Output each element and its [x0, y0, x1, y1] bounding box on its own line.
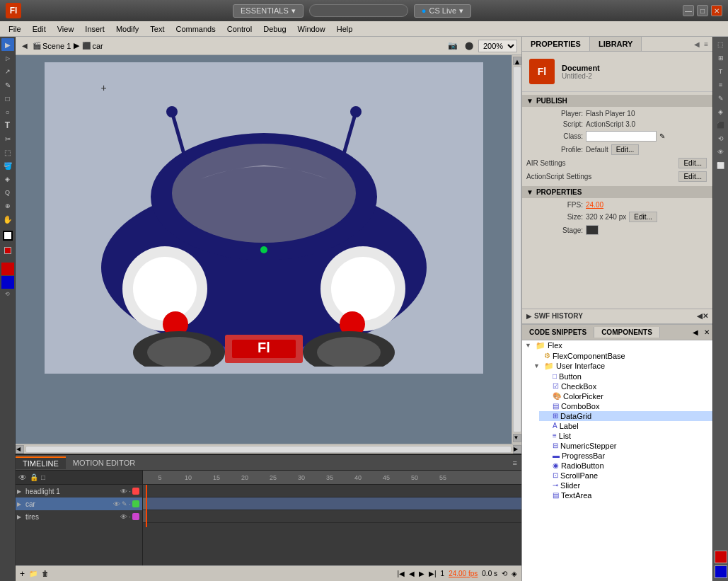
panel-tool-10[interactable]: ⬜ — [715, 159, 727, 172]
back-button[interactable]: ◀ — [20, 41, 30, 50]
zoom-tool[interactable]: Q — [1, 186, 14, 199]
menu-insert[interactable]: Insert — [79, 23, 110, 35]
delete-layer-button[interactable]: 🗑 — [42, 570, 49, 577]
menu-text[interactable]: Text — [144, 23, 170, 35]
layer-lock-tires-icon[interactable]: · — [129, 513, 131, 521]
panel-tool-1[interactable]: ⬚ — [715, 38, 727, 51]
layer-lock-icon[interactable]: · — [129, 488, 131, 495]
comp-slider[interactable]: ⊸ Slider — [539, 481, 712, 490]
swap-icon[interactable]: ⟲ — [5, 291, 10, 297]
essentials-button[interactable]: ESSENTIALS ▾ — [233, 4, 304, 18]
playback-forward-button[interactable]: ▶| — [429, 570, 437, 577]
fill-color-swatch[interactable] — [1, 243, 14, 255]
cut-tool[interactable]: ✂ — [1, 132, 14, 145]
comp-progressbar[interactable]: ▬ ProgressBar — [539, 451, 712, 461]
swf-history-arrow-icon[interactable]: ▶ — [526, 313, 531, 320]
menu-commands[interactable]: Commands — [170, 23, 221, 35]
cs-live-button[interactable]: ● CS Live ▾ — [414, 4, 471, 18]
tab-motion-editor[interactable]: MOTION EDITOR — [66, 457, 142, 468]
comp-numericstepper[interactable]: ⊟ NumericStepper — [539, 441, 712, 451]
class-input[interactable] — [586, 131, 657, 142]
playback-back-button[interactable]: ◀ — [409, 570, 415, 577]
scroll-thumb[interactable] — [513, 67, 521, 432]
frames-panel[interactable]: 5 10 15 20 25 30 35 40 45 50 55 — [143, 471, 521, 565]
maximize-button[interactable]: □ — [697, 5, 708, 16]
menu-help[interactable]: Help — [331, 23, 359, 35]
layer-row-headlight[interactable]: ▶ headlight 1 👁 · — [16, 485, 142, 497]
subselect-tool[interactable]: ▷ — [1, 52, 14, 64]
menu-edit[interactable]: Edit — [27, 23, 52, 35]
menu-window[interactable]: Window — [292, 23, 331, 35]
hscroll-thumb[interactable] — [25, 446, 512, 453]
hand-tool[interactable]: ✋ — [1, 213, 14, 226]
tab-timeline[interactable]: TIMELINE — [16, 456, 66, 469]
swf-history-close-button[interactable]: ✕ — [703, 312, 708, 320]
stage-color-swatch[interactable] — [586, 225, 599, 235]
text-tool[interactable]: T — [1, 119, 14, 132]
scroll-up-button[interactable]: ▲ — [513, 57, 521, 65]
fps-display[interactable]: 24.00 fps — [449, 570, 478, 577]
panel-minimize-button[interactable]: ◀ — [693, 40, 701, 49]
scroll-right-button[interactable]: ▶ — [513, 445, 521, 454]
comp-button[interactable]: □ Button — [539, 372, 712, 381]
actionscript-edit-button[interactable]: Edit... — [678, 171, 707, 182]
free-transform-tool[interactable]: ↗ — [1, 65, 14, 78]
eyedropper-tool[interactable]: ◈ — [1, 173, 14, 185]
panel-tool-3[interactable]: T — [715, 65, 727, 78]
timeline-options-button[interactable]: ≡ — [513, 459, 521, 467]
scene-breadcrumb[interactable]: 🎬 Scene 1 — [33, 42, 71, 50]
zoom-select[interactable]: 200% — [478, 40, 517, 52]
minimize-button[interactable]: — — [683, 5, 694, 16]
pencil-tool[interactable]: ✎ — [1, 79, 14, 91]
symbol-button[interactable]: ⬤ — [463, 40, 475, 51]
menu-debug[interactable]: Debug — [258, 23, 291, 35]
layer-lock-car-icon[interactable]: · — [129, 500, 131, 508]
panel-tool-2[interactable]: ⊞ — [715, 52, 727, 64]
tab-components[interactable]: COMPONENTS — [594, 327, 660, 338]
loop-button[interactable]: ⟲ — [502, 570, 507, 577]
lock-all-layers-button[interactable]: 🔒 — [30, 473, 38, 481]
oval-tool[interactable]: ○ — [1, 105, 14, 118]
canvas-wrapper[interactable]: + — [16, 55, 512, 444]
menu-file[interactable]: File — [3, 23, 27, 35]
panel-tool-9[interactable]: 👁 — [715, 146, 727, 159]
menu-control[interactable]: Control — [221, 23, 258, 35]
vertical-scrollbar[interactable]: ▲ ▼ — [512, 55, 521, 444]
tab-properties[interactable]: PROPERTIES — [522, 37, 590, 51]
comp-list[interactable]: ≡ List — [539, 431, 712, 441]
comp-scrollpane[interactable]: ⊡ ScrollPane — [539, 471, 712, 481]
playback-start-button[interactable]: |◀ — [397, 570, 405, 577]
comp-minimize-button[interactable]: ◀ — [690, 328, 701, 336]
comp-combobox[interactable]: ▤ ComboBox — [539, 401, 712, 411]
properties-section-header[interactable]: ▼ PROPERTIES — [522, 186, 712, 198]
close-button[interactable]: ✕ — [711, 5, 722, 16]
panel-tool-8[interactable]: ⟲ — [715, 132, 727, 145]
profile-edit-button[interactable]: Edit... — [611, 144, 640, 155]
rectangle-tool[interactable]: □ — [1, 92, 14, 105]
select-tool[interactable]: ▶ — [1, 38, 14, 51]
layer-visibility-car-icon[interactable]: 👁 — [113, 500, 120, 508]
layer-visibility-tires-icon[interactable]: 👁 — [120, 513, 127, 521]
show-all-layers-button[interactable]: 👁 — [18, 473, 27, 483]
air-settings-edit-button[interactable]: Edit... — [678, 158, 707, 168]
size-edit-button[interactable]: Edit... — [629, 212, 657, 222]
layer-row-car[interactable]: ▶ car 👁 ✎ · — [16, 497, 142, 510]
add-layer-folder-button[interactable]: 📁 — [29, 570, 37, 577]
fps-prop-value[interactable]: 24.00 — [586, 201, 603, 209]
red-swatch[interactable] — [1, 263, 14, 275]
blue-swatch[interactable] — [1, 276, 14, 289]
menu-view[interactable]: View — [52, 23, 80, 35]
comp-flexcomponentbase[interactable]: ⚙ FlexComponentBase — [531, 351, 712, 361]
panel-tool-7[interactable]: ⬛ — [715, 119, 727, 132]
layer-pencil-icon[interactable]: ✎ — [122, 500, 127, 507]
panel-tool-6[interactable]: ◈ — [715, 105, 727, 118]
panel-tool-4[interactable]: ≡ — [715, 79, 727, 91]
comp-label[interactable]: A Label — [539, 421, 712, 431]
panel-menu-button[interactable]: ≡ — [703, 40, 710, 49]
horizontal-scrollbar[interactable]: ◀ ▶ — [16, 444, 521, 454]
camera-button[interactable]: 📷 — [446, 40, 460, 51]
comp-close-button[interactable]: ✕ — [701, 328, 712, 336]
right-red-swatch[interactable] — [715, 551, 727, 563]
layer-breadcrumb[interactable]: ⬛ car — [82, 42, 103, 50]
scroll-down-button[interactable]: ▼ — [513, 434, 521, 442]
